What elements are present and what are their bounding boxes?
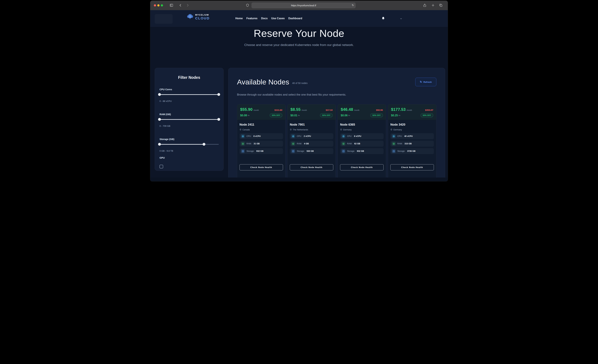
nav-link[interactable]: Home — [235, 17, 243, 20]
discount-badge: 50% OFF — [320, 113, 332, 117]
browser-toolbar: https://myceliumcloud.tf ↻ — [150, 1, 448, 10]
node-location: Canada — [242, 129, 250, 131]
spec-row-storage: Storage: 932 GB — [240, 148, 283, 154]
forward-icon[interactable] — [186, 3, 189, 7]
tab-overview-icon[interactable] — [439, 3, 443, 7]
range-slider[interactable] — [159, 118, 219, 121]
range-slider[interactable] — [159, 93, 219, 96]
shield-icon[interactable] — [246, 3, 249, 7]
new-tab-icon[interactable] — [431, 3, 435, 7]
check-node-health-button[interactable]: Check Node Health — [340, 164, 383, 170]
location-pin-icon — [240, 129, 241, 131]
node-card-body: Node 7901 The Netherlands — [287, 120, 336, 170]
ram-value: 4 GB — [304, 142, 309, 145]
node-card-body: Node 6365 Germany — [338, 120, 386, 170]
address-bar[interactable]: https://myceliumcloud.tf ↻ — [251, 2, 356, 8]
monthly-unit: /month — [354, 109, 359, 111]
ram-chip-icon — [241, 142, 245, 146]
monthly-unit: /month — [302, 109, 307, 111]
cpu-value: 40 vCPU — [404, 135, 413, 137]
share-icon[interactable] — [423, 3, 427, 7]
brand-name-top: MYCELIUM — [195, 14, 210, 16]
cpu-value: 2 vCPU — [304, 135, 311, 137]
hourly-price-row: $0.08 /hr 50% OFF — [240, 113, 282, 117]
brand-name-bottom: CLOUD — [195, 17, 210, 20]
slider-thumb-max[interactable] — [217, 93, 220, 96]
slider-track-active — [159, 144, 204, 145]
slider-thumb-max[interactable] — [217, 118, 220, 121]
nav-link[interactable]: Docs — [261, 17, 267, 20]
ram-label: RAM: — [397, 142, 402, 145]
hourly-price: $0.06 — [341, 114, 348, 117]
node-price-header: $8.55 /month $17.10 $0.01 /hr 50% OFF — [287, 104, 336, 120]
chevron-down-icon[interactable] — [400, 17, 402, 20]
node-card-body: Node 3420 Germany — [388, 120, 436, 170]
nav-link[interactable]: Use Cases — [271, 17, 285, 20]
spec-row-cpu: CPU: 8 vCPU — [340, 133, 383, 139]
node-location: The Netherlands — [293, 129, 308, 131]
original-price: $111.80 — [274, 109, 282, 111]
back-icon[interactable] — [179, 3, 183, 7]
available-nodes-title: Available Nodes — [237, 78, 289, 86]
slider-thumb-max[interactable] — [202, 143, 205, 146]
cpu-chip-icon — [392, 134, 396, 138]
hourly-unit: /hr — [399, 115, 400, 116]
cpu-chip-icon — [341, 134, 345, 138]
node-card: $177.53 /month $355.07 $0.25 /hr 50% OFF — [388, 104, 436, 178]
sidebar-toggle-icon[interactable] — [170, 3, 173, 7]
location-pin-icon — [290, 129, 292, 131]
cpu-label: CPU: — [297, 135, 302, 137]
available-nodes-panel: Available Nodes 48 of 50 nodes ↻ Refresh… — [228, 68, 445, 178]
hourly-price: $0.25 — [391, 114, 398, 117]
range-slider[interactable] — [159, 143, 219, 146]
filter-range-text: 0 - 709 GB — [159, 124, 219, 128]
nav-link[interactable]: Dashboard — [288, 17, 302, 20]
brand-logo[interactable]: MYCELIUM CLOUD — [186, 13, 210, 20]
spec-row-cpu: CPU: 8 vCPU — [240, 133, 283, 139]
page-subtitle: Choose and reserve your dedicated Kubern… — [150, 43, 448, 47]
node-specs: CPU: 2 vCPU — [290, 133, 333, 154]
hero-section: Reserve Your Node Choose and reserve you… — [150, 27, 448, 47]
cpu-value: 8 vCPU — [354, 135, 361, 137]
ram-chip-icon — [392, 142, 396, 146]
slider-thumb-min[interactable] — [158, 118, 161, 121]
filter-label: CPU Cores — [159, 88, 219, 91]
reload-icon[interactable]: ↻ — [352, 3, 354, 7]
filter-panel-title: Filter Nodes — [159, 75, 219, 80]
spec-row-storage: Storage: 932 GB — [340, 148, 383, 154]
storage-label: Storage: — [347, 150, 355, 152]
ram-value: 62 GB — [354, 142, 360, 145]
gpu-checkbox[interactable] — [159, 165, 163, 168]
monthly-price: $177.53 — [391, 107, 406, 112]
notifications-bell-icon[interactable] — [382, 17, 385, 20]
filter-sliders: CPU Cores 0 - 88 vCPU RAM (GB) — [159, 88, 219, 152]
ram-label: RAM: — [297, 142, 302, 145]
slider-thumb-min[interactable] — [158, 93, 161, 96]
slider-thumb-min[interactable] — [158, 143, 161, 146]
node-specs: CPU: 8 vCPU — [340, 133, 383, 154]
check-node-health-button[interactable]: Check Node Health — [240, 164, 283, 170]
discount-badge: 50% OFF — [421, 113, 433, 117]
node-location-row: Germany — [340, 129, 383, 131]
zoom-window-button[interactable] — [161, 4, 163, 7]
spec-row-storage: Storage: 550 GB — [290, 148, 333, 154]
filter-group: CPU Cores 0 - 88 vCPU — [159, 88, 219, 103]
node-name: Node 6365 — [340, 123, 383, 126]
refresh-button[interactable]: ↻ Refresh — [415, 78, 436, 86]
storage-value: 550 GB — [307, 150, 314, 152]
monthly-price-row: $177.53 /month $355.07 — [391, 107, 433, 112]
check-node-health-button[interactable]: Check Node Health — [390, 164, 434, 170]
node-specs: CPU: 8 vCPU — [240, 133, 283, 154]
cpu-chip-icon — [241, 134, 245, 138]
nav-link[interactable]: Features — [246, 17, 257, 20]
storage-value: 932 GB — [256, 150, 263, 152]
original-price: $355.07 — [425, 109, 433, 111]
close-window-button[interactable] — [154, 4, 156, 7]
check-node-health-button[interactable]: Check Node Health — [290, 164, 333, 170]
storage-chip-icon — [392, 149, 396, 153]
minimize-window-button[interactable] — [157, 4, 159, 7]
hourly-unit: /hr — [348, 115, 350, 116]
hourly-price: $0.08 — [240, 114, 247, 117]
node-location-row: Canada — [240, 129, 283, 131]
node-cards-row: $55.90 /month $111.80 $0.08 /hr 50% OFF — [237, 104, 436, 178]
